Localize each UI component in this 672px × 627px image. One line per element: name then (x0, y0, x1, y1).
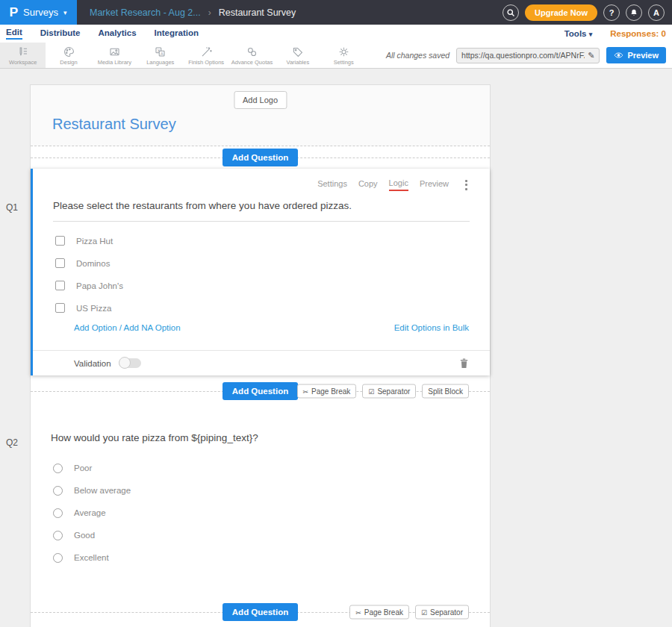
tools-label: Tools (564, 29, 587, 38)
palette-icon (63, 46, 75, 58)
toolbar-label: Languages (146, 59, 174, 66)
page-break-button[interactable]: ✂ Page Break (297, 384, 357, 399)
separator-button[interactable]: ☑ Separator (362, 384, 416, 399)
question-number-q2: Q2 (6, 437, 18, 448)
option-row: Pizza Hut (55, 230, 467, 252)
toolbar-settings[interactable]: Settings (321, 43, 367, 68)
radio-button[interactable] (53, 486, 63, 496)
notifications-button[interactable] (626, 4, 642, 21)
split-block-label: Split Block (428, 387, 463, 396)
breadcrumb: Market Research - Aug 2... › Restaurant … (90, 7, 296, 18)
option-label[interactable]: Below average (74, 486, 131, 495)
question-text-q1[interactable]: Please select the restaurants from where… (53, 200, 470, 222)
option-label[interactable]: Good (74, 531, 95, 540)
gear-icon (337, 46, 350, 58)
delete-question-icon[interactable] (459, 358, 469, 369)
option-label[interactable]: Excellent (74, 553, 109, 562)
question-logic-link[interactable]: Logic (389, 178, 408, 191)
eye-icon (614, 52, 623, 59)
separator-icon: ☑ (421, 608, 427, 616)
option-row: Dominos (55, 252, 467, 275)
validation-toggle[interactable] (119, 358, 141, 368)
option-label[interactable]: US Pizza (76, 304, 111, 313)
toolbar-advance-quotas[interactable]: Advance Quotas (229, 43, 275, 68)
svg-text:A: A (161, 51, 164, 55)
question-settings-link[interactable]: Settings (317, 179, 347, 190)
toolbar-workspace[interactable]: Workspace (0, 43, 46, 68)
share-url-field[interactable]: ✎ (456, 48, 600, 63)
tab-distribute[interactable]: Distribute (40, 28, 81, 39)
preview-label: Preview (627, 51, 659, 60)
option-row: Average (53, 502, 467, 524)
add-logo-button[interactable]: Add Logo (234, 91, 287, 109)
toolbar-label: Workspace (9, 59, 37, 66)
radio-button[interactable] (53, 553, 63, 563)
workspace-icon (16, 46, 29, 58)
question-card-q2[interactable]: How would you rate pizza from ${piping_t… (31, 407, 490, 597)
page-break-label: Page Break (364, 608, 403, 617)
answer-options-q2: Poor Below average Average Good Excellen… (53, 457, 467, 569)
option-label[interactable]: Pizza Hut (76, 237, 113, 246)
survey-title[interactable]: Restaurant Survey (52, 116, 176, 133)
preview-button[interactable]: Preview (606, 47, 666, 63)
option-label[interactable]: Dominos (76, 259, 110, 268)
breadcrumb-folder[interactable]: Market Research - Aug 2... (90, 7, 201, 18)
checkbox[interactable] (55, 303, 65, 313)
add-question-button[interactable]: Add Question (223, 603, 298, 621)
avatar[interactable]: A (648, 4, 665, 21)
checkbox[interactable] (55, 258, 65, 268)
option-label[interactable]: Average (74, 508, 106, 517)
radio-button[interactable] (53, 464, 63, 473)
help-button[interactable]: ? (603, 4, 620, 21)
toolbar-languages[interactable]: XA Languages (137, 43, 183, 68)
option-row: Below average (53, 479, 467, 502)
upgrade-now-button[interactable]: Upgrade Now (525, 4, 597, 21)
toolbar-variables[interactable]: Variables (275, 43, 320, 68)
toolbar-label: Settings (334, 59, 354, 66)
save-status: All changes saved (386, 51, 449, 60)
search-button[interactable] (503, 4, 519, 21)
page-break-button[interactable]: ✂ Page Break (349, 605, 409, 620)
share-url-input[interactable] (461, 51, 585, 60)
checkbox[interactable] (55, 236, 65, 246)
add-question-button[interactable]: Add Question (223, 149, 298, 166)
tools-menu[interactable]: Tools ▾ (564, 29, 593, 38)
survey-canvas: Add Logo Restaurant Survey Add Question … (30, 84, 491, 627)
toolbar-media-library[interactable]: Media Library (92, 43, 137, 68)
more-options-icon[interactable] (464, 178, 469, 192)
question-card-q1[interactable]: Settings Copy Logic Preview Please selec… (31, 169, 490, 376)
edit-options-bulk-link[interactable]: Edit Options in Bulk (394, 323, 469, 332)
toolbar-finish-options[interactable]: Finish Options (183, 43, 228, 68)
nav-right: Tools ▾ Responses: 0 (564, 29, 666, 38)
toolbar-design[interactable]: Design (46, 43, 91, 68)
page-break-label: Page Break (311, 387, 350, 396)
surveys-menu-label: Surveys (23, 7, 58, 18)
tab-analytics[interactable]: Analytics (98, 28, 136, 39)
add-option-link[interactable]: Add Option / Add NA Option (74, 323, 181, 332)
radio-button[interactable] (53, 531, 63, 540)
surveys-menu[interactable]: P Surveys ▾ (0, 0, 77, 25)
option-label[interactable]: Poor (74, 464, 92, 472)
bell-icon (629, 8, 638, 17)
split-block-button[interactable]: Split Block (422, 384, 469, 399)
insert-strip-1: Add Question (31, 146, 490, 169)
question-copy-link[interactable]: Copy (358, 179, 378, 190)
translate-icon: XA (154, 46, 167, 58)
checkbox[interactable] (55, 281, 65, 290)
separator-button[interactable]: ☑ Separator (415, 605, 469, 620)
tab-integration[interactable]: Integration (155, 28, 199, 39)
insert-strip-3: Add Question ✂ Page Break ☑ Separator (31, 597, 490, 627)
question-preview-link[interactable]: Preview (420, 179, 449, 190)
radio-button[interactable] (53, 508, 63, 518)
question-text-q2[interactable]: How would you rate pizza from ${piping_t… (51, 432, 258, 443)
insert-tools: ✂ Page Break ☑ Separator Split Block (297, 384, 470, 399)
scissors-icon: ✂ (355, 608, 361, 616)
tab-edit[interactable]: Edit (6, 28, 22, 40)
questionpro-logo-icon: P (10, 6, 19, 19)
responses-count[interactable]: Responses: 0 (610, 29, 666, 38)
add-question-button[interactable]: Add Question (223, 382, 298, 400)
option-label[interactable]: Papa John's (76, 281, 123, 290)
toolbar-label: Media Library (98, 59, 131, 66)
edit-url-icon[interactable]: ✎ (588, 51, 594, 60)
toolbar-label: Design (60, 59, 77, 66)
